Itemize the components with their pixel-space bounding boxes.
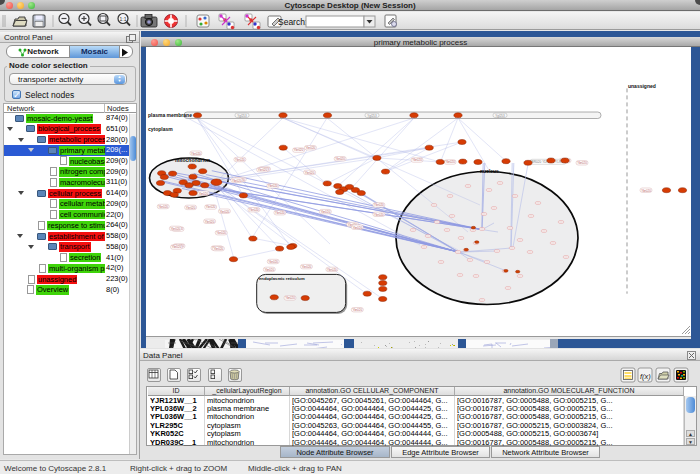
svg-text:Ybr020: Ybr020 [258,168,268,172]
svg-text:mitochondrion: mitochondrion [175,157,210,163]
svg-text:endoplasmic reticulum: endoplasmic reticulum [259,276,305,281]
svg-text:Ybr020: Ybr020 [305,171,315,175]
svg-text:Ybr020: Ybr020 [327,268,337,272]
svg-text:Ybr020: Ybr020 [302,265,312,269]
svg-text:Ygl253: Ygl253 [237,114,247,118]
svg-text:Ybr020: Ybr020 [214,247,224,251]
svg-text:Ybr020: Ybr020 [577,161,587,165]
svg-text:Ybr020: Ybr020 [158,205,168,209]
svg-text:Ybr020: Ybr020 [186,206,196,210]
svg-text:Ybr020: Ybr020 [268,260,278,264]
svg-text:Ybr020: Ybr020 [275,211,285,215]
svg-text:Ybr020: Ybr020 [235,158,245,162]
svg-text:Ybr020: Ybr020 [216,231,226,235]
svg-text:f(x): f(x) [640,372,651,381]
svg-text:Ybr020: Ybr020 [352,308,362,312]
svg-text:Ybr020: Ybr020 [268,184,278,188]
svg-text:Ybr020: Ybr020 [374,203,384,207]
svg-text:Ygl253: Ygl253 [367,114,377,118]
svg-text:cytoplasm: cytoplasm [148,126,173,132]
svg-text:Ybr020: Ybr020 [232,179,242,183]
svg-text:Ybr020: Ybr020 [172,245,182,249]
svg-text:Ygl253: Ygl253 [495,114,505,118]
svg-text:Ybr020: Ybr020 [641,189,651,193]
svg-text:Ybr020: Ybr020 [264,268,274,272]
svg-text:Ybr020: Ybr020 [249,208,259,212]
svg-text:Ybr020: Ybr020 [294,148,304,152]
svg-text:Ybr020: Ybr020 [352,226,362,230]
svg-text:nucleus: nucleus [480,168,499,174]
svg-text:Ybr020: Ybr020 [335,157,345,161]
svg-text:Ybr020: Ybr020 [191,152,201,156]
svg-text:Ybr020: Ybr020 [374,213,384,217]
svg-text:plasma membrane: plasma membrane [148,112,192,118]
svg-text:Ybr020: Ybr020 [306,146,316,150]
svg-text:unassigned: unassigned [628,83,656,89]
svg-text:Ybr020: Ybr020 [206,205,216,209]
svg-text:Ybr020: Ybr020 [445,160,455,164]
svg-text:Ybr020: Ybr020 [412,158,422,162]
svg-text:Ybr020: Ybr020 [198,192,208,196]
svg-text:Ybr020: Ybr020 [285,296,295,300]
svg-text:Search:: Search: [278,17,307,27]
svg-text:Ybr020: Ybr020 [320,210,330,214]
svg-text:Ybr020: Ybr020 [171,227,181,231]
svg-text:Ybr020: Ybr020 [205,220,215,224]
svg-text:1:1: 1:1 [120,16,127,22]
svg-text:Ybr020: Ybr020 [220,210,230,214]
